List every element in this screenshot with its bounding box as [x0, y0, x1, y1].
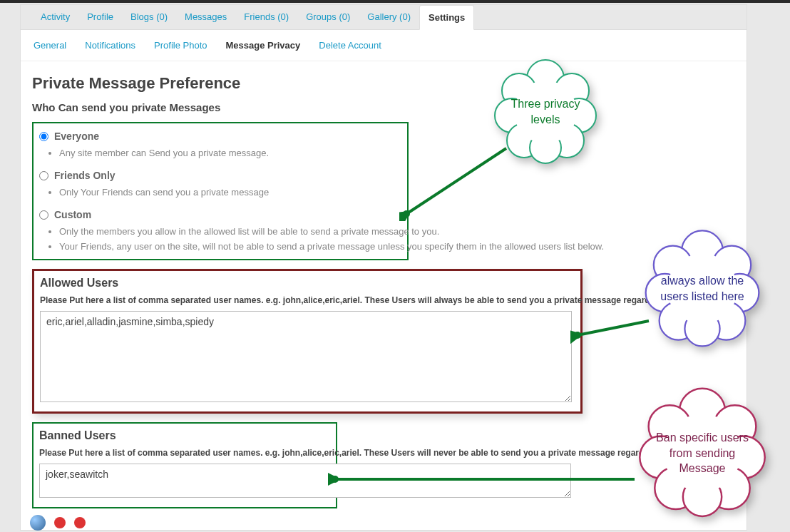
privacy-levels-box: Everyone Any site member can Send you a … — [32, 122, 409, 260]
radio-custom[interactable] — [39, 210, 48, 220]
footer-icons — [30, 515, 86, 531]
label-custom: Custom — [54, 209, 91, 220]
label-everyone: Everyone — [54, 131, 99, 142]
subtab-profile-photo[interactable]: Profile Photo — [154, 37, 207, 53]
window-topbar — [0, 0, 790, 3]
radio-everyone[interactable] — [39, 132, 48, 141]
tab-blogs[interactable]: Blogs (0) — [122, 5, 176, 29]
profile-tabs: Activity Profile Blogs (0) Messages Frie… — [21, 5, 747, 30]
globe-icon — [30, 515, 46, 531]
page-root: Activity Profile Blogs (0) Messages Frie… — [0, 0, 790, 532]
desc-custom-2: Your Friends, any user on the site, will… — [59, 241, 722, 252]
banned-users-title: Banned Users — [39, 429, 330, 442]
banned-users-help: Please Put here a list of comma separate… — [39, 448, 330, 458]
tab-friends[interactable]: Friends (0) — [235, 5, 297, 29]
subtab-notifications[interactable]: Notifications — [85, 37, 135, 53]
page-title: Private Message Preference — [32, 74, 735, 93]
allowed-users-title: Allowed Users — [40, 277, 575, 290]
desc-friends: Only Your Friends can send you a private… — [59, 187, 401, 198]
red-dot-icon-2 — [74, 517, 86, 528]
subtab-message-privacy[interactable]: Message Privacy — [226, 37, 301, 53]
allowed-users-textarea[interactable] — [40, 311, 572, 402]
page-subtitle: Who Can send you private Messages — [32, 101, 735, 113]
settings-subtabs: General Notifications Profile Photo Mess… — [21, 30, 747, 61]
allowed-users-help: Please Put here a list of comma separate… — [40, 295, 575, 305]
subtab-delete-account[interactable]: Delete Account — [319, 37, 381, 53]
content-wrap: Activity Profile Blogs (0) Messages Frie… — [20, 4, 747, 531]
tab-profile[interactable]: Profile — [78, 5, 122, 29]
allowed-users-box: Allowed Users Please Put here a list of … — [32, 269, 583, 414]
desc-custom-1: Only the members you allow in the allowe… — [59, 226, 722, 237]
red-dot-icon — [54, 517, 66, 528]
tab-messages[interactable]: Messages — [176, 5, 235, 29]
settings-inner: Private Message Preference Who Can send … — [21, 61, 747, 530]
tab-gallery[interactable]: Gallery (0) — [359, 5, 419, 29]
tab-groups[interactable]: Groups (0) — [297, 5, 359, 29]
tab-activity[interactable]: Activity — [32, 5, 78, 29]
banned-users-box: Banned Users Please Put here a list of c… — [32, 422, 337, 508]
desc-everyone: Any site member can Send you a private m… — [59, 148, 401, 158]
banned-users-textarea[interactable] — [39, 464, 571, 498]
option-custom: Custom Only the members you allow in the… — [39, 209, 401, 252]
label-friends: Friends Only — [54, 170, 116, 181]
option-friends: Friends Only Only Your Friends can send … — [39, 170, 401, 198]
subtab-general[interactable]: General — [34, 37, 66, 53]
radio-friends[interactable] — [39, 171, 48, 180]
option-everyone: Everyone Any site member can Send you a … — [39, 131, 401, 158]
tab-settings[interactable]: Settings — [419, 5, 474, 30]
